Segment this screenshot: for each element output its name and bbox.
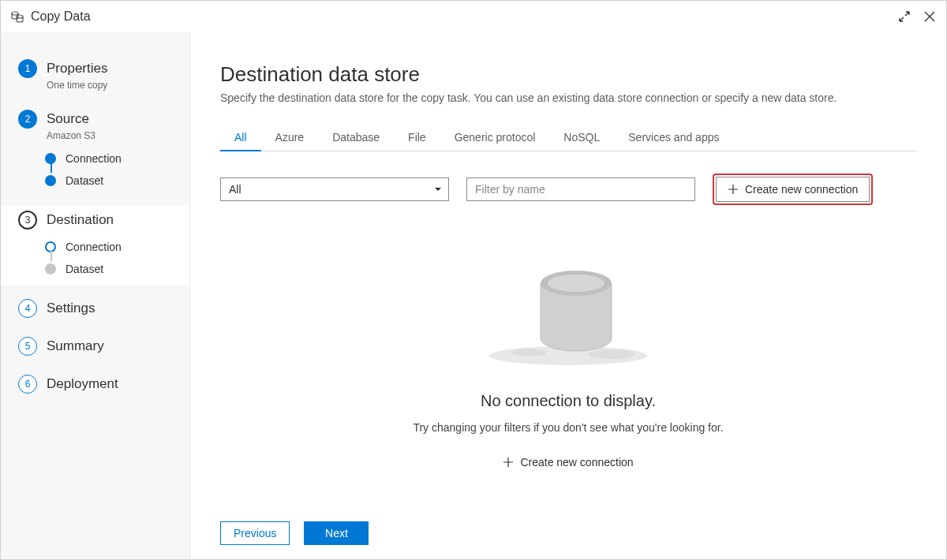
step-sublabel: One time copy xyxy=(47,80,107,91)
step-summary[interactable]: 5 Summary xyxy=(1,332,189,360)
step-settings[interactable]: 4 Settings xyxy=(1,294,189,323)
substep-label: Connection xyxy=(66,152,122,165)
step-sublabel: Amazon S3 xyxy=(47,130,95,141)
filter-row: All Create new connection xyxy=(220,174,916,205)
step-number-icon: 4 xyxy=(18,299,37,318)
tab-all[interactable]: All xyxy=(220,125,261,151)
step-label: Destination xyxy=(47,211,114,230)
wizard-footer: Previous Next xyxy=(220,507,916,545)
close-icon[interactable] xyxy=(923,9,937,24)
create-new-connection-button[interactable]: Create new connection xyxy=(716,177,870,202)
window-title: Copy Data xyxy=(31,9,897,24)
svg-point-6 xyxy=(548,274,605,292)
svg-point-4 xyxy=(588,349,635,359)
empty-link-label: Create new connection xyxy=(520,456,633,469)
titlebar: Copy Data xyxy=(1,1,946,32)
step-label: Source xyxy=(47,110,95,129)
empty-state-title: No connection to display. xyxy=(481,392,656,410)
step-label: Properties xyxy=(47,59,107,78)
step-label: Deployment xyxy=(47,375,118,394)
main-content: Destination data store Specify the desti… xyxy=(190,32,946,559)
substep-label: Dataset xyxy=(66,174,103,187)
copy-data-window: Copy Data 1 Properties One time copy xyxy=(0,0,947,560)
step-number-icon: 3 xyxy=(18,211,37,230)
step-number-icon: 1 xyxy=(18,59,37,78)
step-number-icon: 2 xyxy=(18,110,37,129)
filter-category-select[interactable]: All xyxy=(220,177,449,201)
page-description: Specify the destination data store for t… xyxy=(220,91,916,104)
step-label: Summary xyxy=(47,337,104,356)
step-deployment[interactable]: 6 Deployment xyxy=(1,370,189,398)
titlebar-controls xyxy=(897,9,937,24)
body: 1 Properties One time copy 2 Source Amaz… xyxy=(1,32,946,559)
tab-generic-protocol[interactable]: Generic protocol xyxy=(440,125,550,151)
plus-icon xyxy=(728,184,739,195)
substep-destination-connection[interactable]: Connection xyxy=(18,236,189,258)
tab-file[interactable]: File xyxy=(394,125,440,151)
substep-label: Connection xyxy=(66,241,122,253)
create-button-label: Create new connection xyxy=(745,183,858,196)
filter-name-input[interactable] xyxy=(466,177,695,201)
step-number-icon: 5 xyxy=(18,337,37,356)
substep-source-dataset[interactable]: Dataset xyxy=(18,170,189,192)
step-destination[interactable]: 3 Destination Connection Dataset xyxy=(1,206,189,285)
next-button[interactable]: Next xyxy=(304,521,369,545)
database-empty-icon xyxy=(481,252,655,370)
svg-point-0 xyxy=(12,12,18,15)
substep-dot-icon xyxy=(45,175,56,186)
tab-azure[interactable]: Azure xyxy=(261,125,319,151)
empty-state-description: Try changing your filters if you don't s… xyxy=(413,421,723,434)
step-properties[interactable]: 1 Properties One time copy xyxy=(1,54,189,95)
page-title: Destination data store xyxy=(220,62,916,87)
svg-point-3 xyxy=(511,349,546,357)
create-new-connection-link[interactable]: Create new connection xyxy=(503,456,633,469)
step-source[interactable]: 2 Source Amazon S3 Connection Dataset xyxy=(1,105,189,196)
tab-database[interactable]: Database xyxy=(318,125,394,151)
substep-label: Dataset xyxy=(66,263,103,275)
expand-icon[interactable] xyxy=(897,9,911,24)
plus-icon xyxy=(503,457,514,468)
category-tabs: All Azure Database File Generic protocol… xyxy=(220,125,916,151)
previous-button[interactable]: Previous xyxy=(220,521,290,545)
step-label: Settings xyxy=(47,299,95,318)
tab-nosql[interactable]: NoSQL xyxy=(549,125,614,151)
tab-services-and-apps[interactable]: Services and apps xyxy=(614,125,733,151)
substep-source-connection[interactable]: Connection xyxy=(18,147,189,170)
substep-dot-icon xyxy=(45,263,56,274)
copy-data-icon xyxy=(10,9,24,24)
wizard-sidebar: 1 Properties One time copy 2 Source Amaz… xyxy=(1,32,190,559)
create-connection-highlight: Create new connection xyxy=(713,174,873,205)
select-value: All xyxy=(229,183,241,196)
substep-destination-dataset[interactable]: Dataset xyxy=(18,258,189,280)
empty-state: No connection to display. Try changing y… xyxy=(220,213,916,507)
svg-point-1 xyxy=(17,15,23,18)
step-number-icon: 6 xyxy=(18,375,37,394)
